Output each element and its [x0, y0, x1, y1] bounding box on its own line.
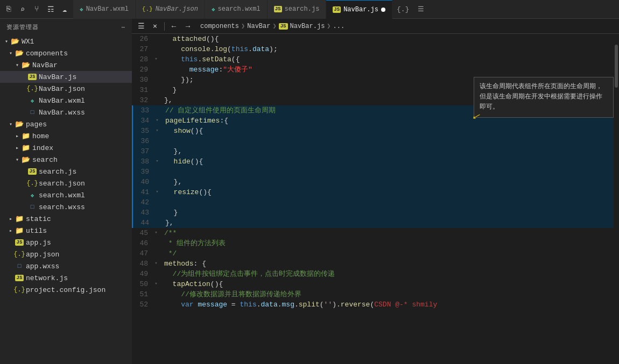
scrollbar-track[interactable] [614, 34, 619, 364]
code-line-42: 42 [132, 197, 614, 208]
sidebar-item-label: search [32, 156, 58, 164]
branch-icon[interactable]: ⑂ [32, 5, 41, 13]
sidebar-item-label: components [26, 49, 68, 58]
sidebar-options-icon[interactable]: ⋯ [121, 24, 125, 31]
tab-navbar-wxml[interactable]: ❖ NavBar.wxml [73, 0, 136, 19]
sidebar-item-home[interactable]: ▸ 📁 home [0, 130, 132, 142]
sidebar-item-navbar-folder[interactable]: ▾ 📂 NavBar [0, 59, 132, 71]
js-file-icon2: JS [28, 167, 37, 176]
wxml-icon: ❖ [80, 6, 83, 13]
sidebar-item-navbar-js[interactable]: ▸ JS NavBar.js [0, 71, 132, 83]
sidebar-item-label: home [32, 132, 49, 140]
tab-more[interactable]: {.} [392, 5, 413, 13]
js-icon: JS [274, 6, 282, 12]
json-file-icon: {.} [28, 84, 37, 93]
sidebar-item-navbar-json[interactable]: ▸ {.} NavBar.json [0, 83, 132, 95]
breadcrumb-navbar[interactable]: NavBar [247, 23, 270, 30]
sidebar-item-appjs[interactable]: ▸ JS app.js [0, 237, 132, 248]
sidebar-item-label: app.json [26, 251, 59, 259]
code-line-50: 50 ▾ tapAction(){ [132, 279, 614, 289]
annotation-box: 该生命周期代表组件所在页面的生命周期，但是该生命周期在开发中根据需要进行操作即可… [474, 77, 614, 118]
sidebar-item-label: search.js [39, 168, 76, 176]
folder-icon: 📁 [22, 144, 30, 152]
sidebar-item-appjson[interactable]: ▸ {.} app.json [0, 248, 132, 260]
sidebar-item-search-js[interactable]: ▸ JS search.js [0, 166, 132, 177]
wxml-file-icon2: ❖ [28, 191, 37, 199]
breadcrumb-dots[interactable]: ... [333, 23, 345, 30]
sidebar-item-search-wxml[interactable]: ▸ ❖ search.wxml [0, 189, 132, 201]
sidebar-item-projectjson[interactable]: ▸ {.} project.config.json [0, 284, 132, 296]
menu-icon[interactable]: ☰ [135, 20, 147, 32]
annotation-text: 该生命周期代表组件所在页面的生命周期，但是该生命周期在开发中根据需要进行操作即可… [480, 83, 602, 111]
json-file-icon3: {.} [15, 250, 24, 259]
code-line-51: 51 //修改数据源并且将数据源传递给外界 [132, 289, 614, 299]
back-icon[interactable]: ← [168, 20, 180, 32]
sidebar-item-label: project.config.json [26, 286, 105, 294]
sidebar-item-label: index [32, 144, 53, 152]
deploy-icon[interactable]: ☁ [60, 5, 69, 13]
json-icon: {.} [142, 6, 153, 12]
breadcrumb-sep3: ❯ [327, 22, 330, 30]
bookmark-icon[interactable]: ⨯ [149, 20, 161, 32]
json-file-icon2: {.} [28, 179, 37, 188]
code-line-35: 35 ▾ show(){ [132, 126, 614, 136]
forward-icon[interactable]: → [182, 20, 194, 32]
folder-icon: 📁 [22, 132, 30, 140]
js-file-icon3: JS [15, 238, 24, 247]
grid-icon[interactable]: ☶ [46, 5, 55, 13]
sidebar-item-label: app.wxss [26, 262, 59, 270]
toolbar-separator [164, 22, 165, 31]
code-line-47: 47 */ [132, 248, 614, 259]
folder-open-icon: 📂 [15, 49, 24, 58]
tab-navbar-js[interactable]: JS NavBar.js [326, 0, 392, 19]
sidebar-item-search-folder[interactable]: ▾ 📂 search [0, 154, 132, 166]
code-line-49: 49 //为组件按钮绑定点击事件，点击时完成数据的传递 [132, 269, 614, 279]
sidebar-item-search-json[interactable]: ▸ {.} search.json [0, 177, 132, 189]
chevron-right-icon: ▸ [13, 144, 22, 152]
sidebar-item-pages[interactable]: ▾ 📂 pages [0, 118, 132, 130]
tab-search-wxml[interactable]: ❖ search.wxml [205, 0, 268, 19]
sidebar: 资源管理器 ⋯ ▾ 📂 WX1 ▾ 📂 components ▾ [0, 19, 132, 364]
sidebar-item-utils[interactable]: ▸ 📁 utils [0, 225, 132, 237]
search-icon[interactable]: ⌕ [18, 5, 27, 13]
breadcrumb-components[interactable]: components [200, 23, 239, 30]
code-editor[interactable]: 该生命周期代表组件所在页面的生命周期，但是该生命周期在开发中根据需要进行操作即可… [132, 34, 619, 364]
json-file-icon4: {.} [15, 286, 24, 294]
breadcrumb: components ❯ NavBar ❯ JS NavBar.js ❯ ... [196, 20, 616, 32]
wxss-file-icon2: □ [28, 203, 37, 211]
sidebar-item-index[interactable]: ▸ 📁 index [0, 142, 132, 154]
breadcrumb-navbarjs[interactable]: NavBar.js [290, 23, 325, 30]
sidebar-item-label: network.js [26, 274, 68, 282]
folder-open-icon: 📂 [15, 120, 24, 129]
tab-grid-layout[interactable]: ☰ [413, 5, 428, 13]
sidebar-item-static[interactable]: ▸ 📁 static [0, 213, 132, 225]
sidebar-item-appwxss[interactable]: ▸ □ app.wxss [0, 260, 132, 272]
chevron-down-icon: ▾ [13, 61, 22, 69]
copy-icon[interactable]: ⎘ [4, 5, 13, 13]
tab-modified-dot [381, 8, 385, 12]
folder-icon: 📁 [15, 226, 24, 235]
code-line-43: 43 } [132, 208, 614, 218]
sidebar-root-label: WX1 [22, 38, 34, 46]
sidebar-item-components[interactable]: ▾ 📂 components [0, 47, 132, 59]
sidebar-item-navbar-wxml[interactable]: ▸ ❖ NavBar.wxml [0, 95, 132, 106]
chevron-down-icon: ▾ [2, 37, 11, 46]
breadcrumb-js-icon: JS [279, 23, 288, 30]
sidebar-item-label: app.js [26, 239, 51, 247]
sidebar-item-navbar-wxss[interactable]: ▸ □ NavBar.wxss [0, 106, 132, 118]
main-area: 资源管理器 ⋯ ▾ 📂 WX1 ▾ 📂 components ▾ [0, 19, 619, 364]
sidebar-item-search-wxss[interactable]: ▸ □ search.wxss [0, 201, 132, 213]
sidebar-item-label: search.json [39, 180, 85, 188]
title-bar-icons: ⎘ ⌕ ⑂ ☶ ☁ [0, 5, 73, 13]
sidebar-item-networkjs[interactable]: ▸ JS network.js [0, 272, 132, 284]
code-line-36: 36 [132, 136, 614, 146]
sidebar-item-label: search.wxml [39, 191, 85, 199]
chevron-down-icon: ▾ [13, 155, 22, 164]
scrollbar-thumb[interactable] [615, 45, 618, 88]
breadcrumb-sep2: ❯ [272, 22, 276, 30]
tab-navbar-json[interactable]: {.} NavBar.json [136, 0, 205, 19]
tab-search-js[interactable]: JS search.js [268, 0, 327, 19]
sidebar-item-wx1[interactable]: ▾ 📂 WX1 [0, 35, 132, 47]
folder-open-icon: 📂 [11, 37, 19, 46]
js-file-icon: JS [28, 73, 37, 81]
